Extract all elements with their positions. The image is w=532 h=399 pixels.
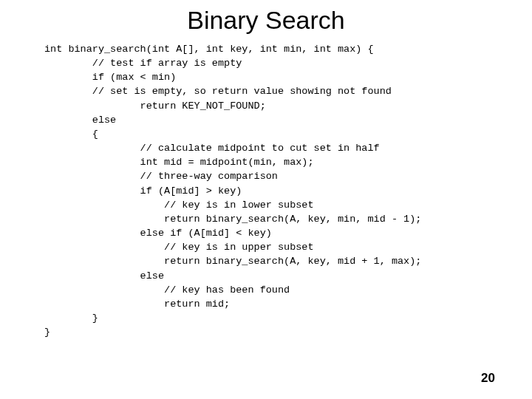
slide-title: Binary Search (0, 0, 532, 42)
page-number: 20 (481, 371, 495, 386)
code-block: int binary_search(int A[], int key, int … (0, 42, 532, 339)
